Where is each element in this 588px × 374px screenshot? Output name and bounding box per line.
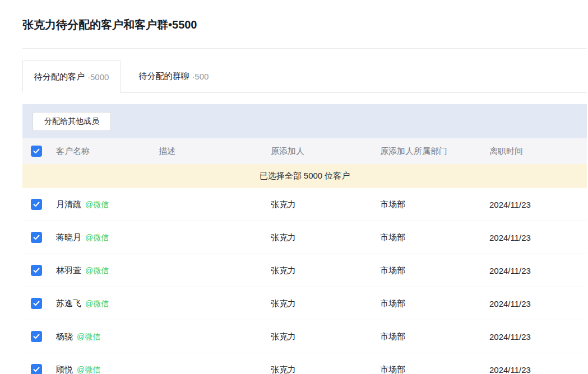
resign-date-cell: 2024/11/23	[489, 266, 587, 275]
department-cell: 市场部	[380, 331, 489, 342]
tab-count: ·500	[192, 72, 209, 81]
col-header-original-adder: 原添加人	[271, 146, 380, 157]
row-checkbox-cell	[22, 232, 56, 243]
row-checkbox-cell	[22, 199, 56, 210]
row-checkbox[interactable]	[31, 331, 42, 342]
check-icon	[33, 268, 40, 273]
check-icon	[33, 235, 40, 240]
original-adder-cell: 张克力	[271, 298, 380, 309]
row-checkbox[interactable]	[31, 364, 42, 374]
page: 张克力待分配的客户和客户群•5500 待分配的客户 ·5000 待分配的群聊 ·…	[0, 0, 588, 374]
wechat-tag: @微信	[77, 332, 100, 342]
customer-name-cell: 林羽萱 @微信	[56, 265, 159, 276]
customer-name-cell: 顾悦 @微信	[56, 364, 159, 374]
row-checkbox[interactable]	[31, 232, 42, 243]
resign-date-cell: 2024/11/23	[489, 200, 587, 209]
page-title: 张克力待分配的客户和客户群•5500	[22, 17, 587, 32]
table-row: 杨骁 @微信 张克力 市场部 2024/11/23	[22, 320, 587, 353]
department-cell: 市场部	[380, 265, 489, 276]
table-row: 苏逸飞 @微信 张克力 市场部 2024/11/23	[22, 287, 587, 320]
department-cell: 市场部	[380, 232, 489, 243]
check-icon	[33, 301, 40, 306]
customer-name: 苏逸飞	[56, 298, 81, 309]
resign-date-cell: 2024/11/23	[489, 299, 587, 308]
original-adder-cell: 张克力	[271, 331, 380, 342]
tab-label: 待分配的客户	[34, 72, 85, 82]
wechat-tag: @微信	[85, 266, 109, 276]
tab-label: 待分配的群聊	[138, 71, 189, 82]
tab-bar: 待分配的客户 ·5000 待分配的群聊 ·500	[22, 60, 587, 93]
original-adder-cell: 张克力	[271, 199, 380, 210]
wechat-tag: @微信	[77, 365, 100, 374]
department-cell: 市场部	[380, 364, 489, 374]
row-checkbox-cell	[22, 265, 56, 276]
tab-pending-group-chats[interactable]: 待分配的群聊 ·500	[121, 60, 226, 92]
resign-date-cell: 2024/11/23	[489, 365, 587, 374]
table-row: 林羽萱 @微信 张克力 市场部 2024/11/23	[22, 254, 587, 287]
resign-date-cell: 2024/11/23	[489, 332, 587, 342]
original-adder-cell: 张克力	[271, 232, 380, 243]
wechat-tag: @微信	[85, 200, 109, 210]
customer-name-cell: 月清疏 @微信	[56, 199, 159, 210]
customer-name: 杨骁	[56, 331, 73, 342]
title-divider	[22, 48, 587, 49]
col-header-department: 原添加人所属部门	[380, 146, 489, 157]
row-checkbox[interactable]	[31, 199, 42, 210]
col-header-customer-name: 客户名称	[56, 146, 159, 157]
resign-date-cell: 2024/11/23	[489, 233, 587, 242]
customer-name-cell: 苏逸飞 @微信	[56, 298, 159, 309]
row-checkbox-cell	[22, 298, 56, 309]
table-row: 月清疏 @微信 张克力 市场部 2024/11/23	[22, 188, 587, 221]
col-header-description: 描述	[159, 146, 271, 157]
check-icon	[33, 334, 40, 339]
selection-banner: 已选择全部 5000 位客户	[22, 164, 587, 188]
row-checkbox[interactable]	[31, 265, 42, 276]
original-adder-cell: 张克力	[271, 364, 380, 374]
customer-name-cell: 杨骁 @微信	[56, 331, 159, 342]
original-adder-cell: 张克力	[271, 265, 380, 276]
check-icon	[33, 202, 40, 207]
customer-name: 蒋晓月	[56, 232, 81, 243]
table-row: 蒋晓月 @微信 张克力 市场部 2024/11/23	[22, 221, 587, 254]
department-cell: 市场部	[380, 199, 489, 210]
row-checkbox[interactable]	[31, 298, 42, 309]
customer-name: 林羽萱	[56, 265, 81, 276]
wechat-tag: @微信	[85, 299, 109, 309]
table-row: 顾悦 @微信 张克力 市场部 2024/11/23	[22, 353, 587, 374]
row-checkbox-cell	[22, 364, 56, 374]
wechat-tag: @微信	[85, 233, 109, 243]
selection-toolbar: 分配给其他成员	[22, 104, 587, 138]
tab-pending-customers[interactable]: 待分配的客户 ·5000	[22, 60, 121, 93]
select-all-checkbox[interactable]	[31, 146, 42, 157]
select-all-cell	[22, 146, 56, 157]
customer-name-cell: 蒋晓月 @微信	[56, 232, 159, 243]
assign-to-others-button[interactable]: 分配给其他成员	[33, 112, 111, 131]
table-header-row: 客户名称 描述 原添加人 原添加人所属部门 离职时间	[22, 138, 587, 164]
row-checkbox-cell	[22, 331, 56, 342]
check-icon	[33, 148, 40, 154]
department-cell: 市场部	[380, 298, 489, 309]
col-header-resign-date: 离职时间	[489, 146, 587, 157]
selection-banner-text: 已选择全部 5000 位客户	[260, 171, 350, 181]
customer-name: 月清疏	[56, 199, 81, 210]
tab-count: ·5000	[87, 72, 109, 82]
check-icon	[33, 367, 40, 372]
customer-name: 顾悦	[56, 364, 73, 374]
